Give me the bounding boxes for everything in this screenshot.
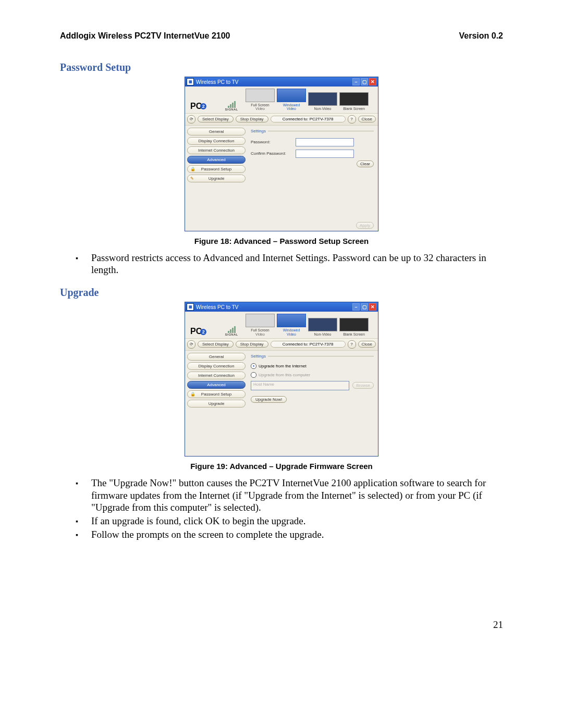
browse-button[interactable]: Browse [352,382,374,389]
apply-button[interactable]: Apply [356,222,374,229]
side-nav: General Display Connection Internet Conn… [185,351,248,456]
document-header: Addlogix Wireless PC2TV InternetVue 2100… [60,31,503,41]
toolbar: ⟳ Select Display Stop Display Connected … [185,338,378,351]
signal-indicator: SIGNAL [222,101,241,111]
screenshot-upgrade: ▦ Wireless PC to TV – ▢ ✕ PC2 SIGNAL Ful… [185,302,378,456]
nav-password-setup[interactable]: 🔒 Password Setup [187,165,246,173]
side-nav: General Display Connection Internet Conn… [185,126,248,231]
hostname-input[interactable]: Host Name [251,381,349,390]
mode-blankscreen[interactable]: Blank Screen [339,92,369,110]
list-item: The "Upgrade Now!" button causes the PC2… [91,477,503,514]
minimize-icon[interactable]: – [352,303,360,311]
opt-internet-label: Upgrade from the Internet [259,364,307,368]
section-upgrade-title: Upgrade [60,287,503,299]
logo-badge: 2 [200,103,206,109]
nav-display-connection[interactable]: Display Connection [187,137,246,145]
connection-status: Connected to: PC2TV-7378 [271,116,346,122]
titlebar: ▦ Wireless PC to TV – ▢ ✕ [185,302,378,312]
password-bullets: Password restricts access to Advanced an… [60,252,503,277]
upgrade-now-button[interactable]: Upgrade Now! [251,396,287,403]
mode-windowed[interactable]: WindowedVideo [277,89,306,111]
signal-indicator: SIGNAL [222,326,241,336]
refresh-icon[interactable]: ⟳ [187,340,195,349]
upgrade-icon: ✎ [190,176,194,181]
screenshot-password-setup: ▦ Wireless PC to TV – ▢ ✕ PC2 SIGNAL Ful… [185,77,378,231]
mode-blankscreen[interactable]: Blank Screen [339,318,369,336]
app-icon: ▦ [187,303,194,311]
nav-password-setup[interactable]: 🔒 Password Setup [187,390,246,398]
password-settings-panel: Settings Password: Confirm Password: Cle… [248,126,378,231]
lock-icon: 🔒 [190,392,195,397]
radio-upgrade-internet[interactable]: ● [251,363,256,369]
header-left: Addlogix Wireless PC2TV InternetVue 2100 [60,31,230,41]
confirm-password-input[interactable] [296,150,354,158]
nav-advanced[interactable]: Advanced [187,156,246,164]
nav-display-connection[interactable]: Display Connection [187,362,246,370]
minimize-icon[interactable]: – [352,78,360,85]
section-password-title: Password Setup [60,61,503,73]
confirm-password-label: Confirm Password: [251,151,296,156]
stop-display-button[interactable]: Stop Display [236,116,268,122]
maximize-icon[interactable]: ▢ [361,303,368,311]
nav-internet-connection[interactable]: Internet Connection [187,372,246,379]
pc-logo: PC2 [187,100,219,111]
close-button[interactable]: Close [358,116,376,122]
mode-strip: PC2 SIGNAL Full ScreenVideo WindowedVide… [185,87,378,113]
clear-button[interactable]: Clear [357,161,374,167]
nav-internet-connection[interactable]: Internet Connection [187,146,246,154]
titlebar: ▦ Wireless PC to TV – ▢ ✕ [185,77,378,87]
upgrade-settings-panel: Settings ● Upgrade from the Internet ● U… [248,351,378,456]
mode-nonvideo[interactable]: Non-Video [308,92,337,110]
close-icon[interactable]: ✕ [369,78,376,85]
list-item: Password restricts access to Advanced an… [91,252,503,277]
header-right: Version 0.2 [459,31,504,41]
nav-general[interactable]: General [187,128,246,135]
figure18-caption: Figure 18: Advanced – Password Setup Scr… [60,237,503,245]
mode-strip: PC2 SIGNAL Full ScreenVideo WindowedVide… [185,312,378,338]
connection-status: Connected to: PC2TV-7378 [271,341,346,348]
nav-general[interactable]: General [187,353,246,361]
select-display-button[interactable]: Select Display [198,116,234,122]
stop-display-button[interactable]: Stop Display [236,341,268,348]
maximize-icon[interactable]: ▢ [361,78,368,85]
window-title: Wireless PC to TV [196,304,239,310]
opt-computer-label: Upgrade from this computer [259,373,310,377]
app-icon: ▦ [187,78,194,85]
signal-bars-icon [222,326,241,333]
password-label: Password: [251,140,296,144]
lock-icon: 🔒 [190,167,195,171]
legend: Settings [251,129,266,133]
list-item: Follow the prompts on the screen to comp… [91,528,503,541]
radio-upgrade-computer[interactable]: ● [251,372,256,378]
mode-nonvideo[interactable]: Non-Video [308,318,337,336]
logo-badge: 2 [200,329,206,335]
select-display-button[interactable]: Select Display [198,341,234,348]
figure19-caption: Figure 19: Advanced – Upgrade Firmware S… [60,462,503,471]
mode-fullscreen[interactable]: Full ScreenVideo [246,314,275,336]
nav-advanced[interactable]: Advanced [187,381,246,389]
close-icon[interactable]: ✕ [369,303,376,311]
upgrade-bullets: The "Upgrade Now!" button causes the PC2… [60,477,503,541]
pc-logo: PC2 [187,325,219,336]
page-number: 21 [60,619,503,631]
close-button[interactable]: Close [358,341,376,348]
toolbar: ⟳ Select Display Stop Display Connected … [185,113,378,126]
mode-windowed[interactable]: WindowedVideo [277,314,306,336]
nav-upgrade[interactable]: Upgrade [187,400,246,408]
signal-bars-icon [222,101,241,108]
refresh-icon[interactable]: ⟳ [187,115,195,124]
nav-upgrade[interactable]: ✎ Upgrade [187,175,246,182]
list-item: If an upgrade is found, click OK to begi… [91,515,503,527]
legend: Settings [251,354,266,359]
mode-fullscreen[interactable]: Full ScreenVideo [246,89,275,111]
help-icon[interactable]: ? [348,340,356,349]
help-icon[interactable]: ? [348,115,356,124]
password-input[interactable] [296,138,354,146]
window-title: Wireless PC to TV [196,79,239,85]
